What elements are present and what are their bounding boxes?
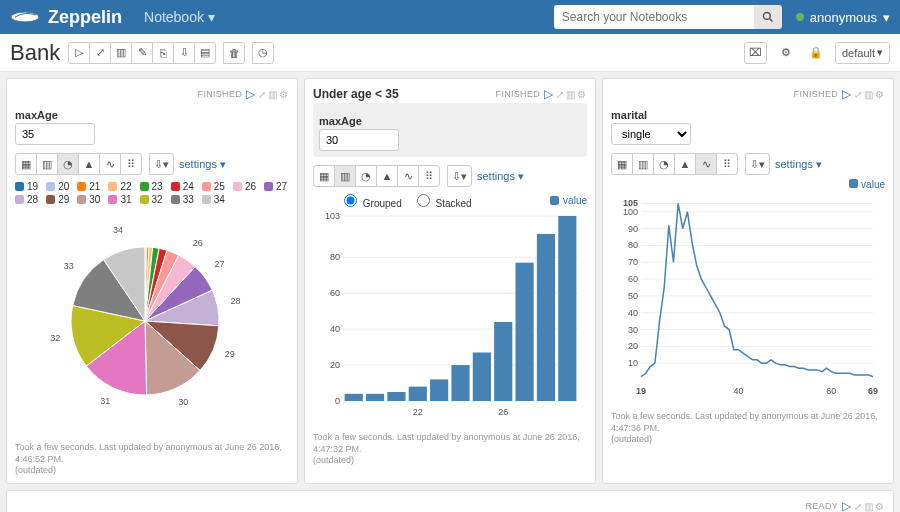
clone-notebook-button[interactable]: ⎘ [152, 42, 174, 64]
viz-area-button[interactable]: ▲ [674, 153, 696, 175]
svg-text:69: 69 [868, 386, 878, 396]
search-input[interactable] [554, 5, 754, 29]
viz-settings-link[interactable]: settings ▾ [775, 158, 822, 171]
trash-button[interactable]: 🗑 [223, 42, 245, 64]
svg-rect-26 [366, 394, 384, 401]
paragraph-settings-button[interactable]: ⚙ [875, 89, 884, 100]
run-paragraph-button[interactable]: ▷ [842, 87, 851, 101]
viz-settings-link[interactable]: settings ▾ [477, 170, 524, 183]
run-all-button[interactable]: ▷ [68, 42, 90, 64]
hide-editor-button[interactable]: ⤢ [854, 89, 862, 100]
notebook-menu[interactable]: Notebook ▾ [134, 9, 225, 25]
svg-text:80: 80 [330, 252, 340, 262]
hide-output-button[interactable]: ▥ [864, 501, 873, 512]
status-dot-icon [796, 13, 804, 21]
svg-text:26: 26 [498, 407, 508, 417]
field-label: maxAge [319, 115, 581, 127]
paragraph-marital-line: FINISHED ▷ ⤢ ▥ ⚙ marital single ▦ ▥ ◔ ▲ … [602, 78, 894, 484]
show-hide-code-button[interactable]: ⤢ [89, 42, 111, 64]
paragraph-under-age-bar: Under age < 35 FINISHED ▷ ⤢ ▥ ⚙ maxAge ▦… [304, 78, 596, 484]
status-badge: FINISHED [496, 89, 540, 99]
svg-text:33: 33 [64, 261, 74, 271]
viz-line-button[interactable]: ∿ [397, 165, 419, 187]
marital-select[interactable]: single [611, 123, 691, 145]
run-controls: ▷ ⤢ ▥ ✎ ⎘ ⇩ ▤ [68, 42, 215, 64]
svg-text:40: 40 [330, 324, 340, 334]
interpreter-binding-button[interactable]: ⚙ [775, 42, 797, 64]
user-name: anonymous [810, 10, 877, 25]
viz-scatter-button[interactable]: ⠿ [418, 165, 440, 187]
export-notebook-button[interactable]: ⇩ [173, 42, 195, 64]
series-legend: value [550, 195, 587, 206]
hide-editor-button[interactable]: ⤢ [556, 89, 564, 100]
viz-scatter-button[interactable]: ⠿ [120, 153, 142, 175]
run-paragraph-button[interactable]: ▷ [842, 499, 851, 512]
svg-rect-32 [494, 322, 512, 401]
viz-table-button[interactable]: ▦ [313, 165, 335, 187]
user-menu[interactable]: anonymous ▾ [796, 10, 890, 25]
viz-line-button[interactable]: ∿ [99, 153, 121, 175]
svg-text:26: 26 [193, 238, 203, 248]
viz-table-button[interactable]: ▦ [15, 153, 37, 175]
svg-rect-34 [537, 234, 555, 401]
grouped-radio[interactable]: Grouped [339, 191, 402, 209]
hide-editor-button[interactable]: ⤢ [854, 501, 862, 512]
viz-table-button[interactable]: ▦ [611, 153, 633, 175]
svg-rect-35 [558, 216, 576, 401]
svg-text:28: 28 [230, 296, 240, 306]
show-hide-output-button[interactable]: ▥ [110, 42, 132, 64]
svg-text:105: 105 [623, 198, 638, 208]
mode-selector[interactable]: default ▾ [835, 42, 890, 64]
chevron-down-icon: ▾ [877, 46, 883, 59]
viz-bar-button[interactable]: ▥ [334, 165, 356, 187]
svg-rect-27 [387, 392, 405, 401]
permissions-button[interactable]: 🔒 [805, 42, 827, 64]
viz-scatter-button[interactable]: ⠿ [716, 153, 738, 175]
maxage-input[interactable] [319, 129, 399, 151]
maxage-input[interactable] [15, 123, 95, 145]
svg-text:31: 31 [100, 396, 110, 406]
version-control-button[interactable]: ▤ [194, 42, 216, 64]
viz-line-button[interactable]: ∿ [695, 153, 717, 175]
svg-text:34: 34 [113, 225, 123, 235]
svg-rect-31 [473, 353, 491, 401]
status-badge: READY [805, 501, 838, 511]
download-button[interactable]: ⇩▾ [149, 153, 174, 175]
svg-line-3 [769, 19, 772, 22]
paragraph-settings-button[interactable]: ⚙ [875, 501, 884, 512]
brand[interactable]: Zeppelin [10, 7, 134, 28]
viz-settings-link[interactable]: settings ▾ [179, 158, 226, 171]
viz-pie-button[interactable]: ◔ [653, 153, 675, 175]
status-badge: FINISHED [198, 89, 242, 99]
viz-bar-button[interactable]: ▥ [36, 153, 58, 175]
svg-text:29: 29 [225, 349, 235, 359]
paragraph-settings-button[interactable]: ⚙ [577, 89, 586, 100]
viz-bar-button[interactable]: ▥ [632, 153, 654, 175]
svg-rect-29 [430, 379, 448, 401]
hide-output-button[interactable]: ▥ [864, 89, 873, 100]
paragraph-maxage-pie: FINISHED ▷ ⤢ ▥ ⚙ maxAge ▦ ▥ ◔ ▲ ∿ ⠿ ⇩▾ s… [6, 78, 298, 484]
keyboard-shortcuts-button[interactable]: ⌧ [744, 42, 767, 64]
hide-output-button[interactable]: ▥ [268, 89, 277, 100]
download-button[interactable]: ⇩▾ [447, 165, 472, 187]
viz-area-button[interactable]: ▲ [78, 153, 100, 175]
footer-text: Took a few seconds. Last updated by anon… [611, 411, 878, 433]
viz-pie-button[interactable]: ◔ [57, 153, 79, 175]
scheduler-button[interactable]: ◷ [252, 42, 274, 64]
run-paragraph-button[interactable]: ▷ [246, 87, 255, 101]
search-button[interactable] [754, 5, 782, 29]
clear-output-button[interactable]: ✎ [131, 42, 153, 64]
paragraph-settings-button[interactable]: ⚙ [279, 89, 288, 100]
hide-output-button[interactable]: ▥ [566, 89, 575, 100]
svg-text:60: 60 [628, 274, 638, 284]
hide-editor-button[interactable]: ⤢ [258, 89, 266, 100]
download-button[interactable]: ⇩▾ [745, 153, 770, 175]
run-paragraph-button[interactable]: ▷ [544, 87, 553, 101]
viz-pie-button[interactable]: ◔ [355, 165, 377, 187]
svg-text:80: 80 [628, 240, 638, 250]
notebook-title[interactable]: Bank [10, 40, 60, 66]
paragraph-empty: READY ▷ ⤢ ▥ ⚙ [6, 490, 894, 512]
stacked-radio[interactable]: Stacked [412, 191, 472, 209]
viz-area-button[interactable]: ▲ [376, 165, 398, 187]
paragraph-title[interactable]: Under age < 35 [313, 87, 399, 101]
